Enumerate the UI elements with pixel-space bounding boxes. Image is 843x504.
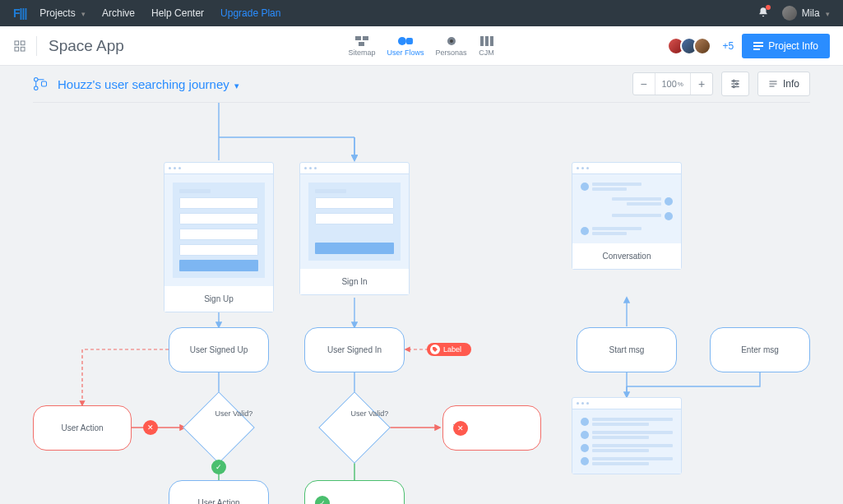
zoom-value: 100%	[655, 73, 691, 95]
journey-title[interactable]: Houzz's user searching journey▾	[58, 77, 239, 91]
collaborator-count[interactable]: +5	[723, 40, 734, 52]
nav-projects[interactable]: Projects ▾	[39, 7, 86, 19]
tab-cjm[interactable]: CJM	[479, 35, 495, 57]
x-icon: ✕	[453, 421, 468, 436]
tab-user-flows[interactable]: User Flows	[387, 35, 424, 57]
svg-rect-16	[753, 49, 760, 50]
zoom-out-button[interactable]: −	[633, 73, 655, 95]
nav-upgrade[interactable]: Upgrade Plan	[220, 7, 280, 19]
avatar	[693, 37, 711, 55]
node-start-msg[interactable]: Start msg	[577, 327, 677, 372]
svg-point-23	[733, 80, 734, 81]
flow-toolbar: Houzz's user searching journey▾ − 100% +…	[0, 66, 843, 102]
node-user-action-red[interactable]: User Action	[33, 405, 132, 451]
view-tabs: Sitemap User Flows Personas CJM	[348, 35, 494, 57]
x-badge-icon: ✕	[143, 420, 158, 435]
avatar[interactable]	[782, 6, 797, 21]
svg-rect-13	[490, 36, 493, 46]
tag-icon	[430, 344, 440, 354]
tab-personas[interactable]: Personas	[436, 35, 467, 57]
svg-rect-12	[485, 36, 489, 46]
svg-point-17	[35, 78, 39, 82]
svg-rect-0	[15, 41, 19, 45]
node-user-signed-in[interactable]: User Signed In	[304, 327, 405, 372]
page-title: Space App	[49, 37, 124, 55]
svg-rect-14	[753, 42, 763, 44]
svg-rect-2	[15, 47, 19, 51]
settings-button[interactable]	[721, 72, 749, 96]
nav-archive[interactable]: Archive	[102, 7, 135, 19]
info-button[interactable]: Info	[757, 72, 810, 96]
check-icon: ✓	[315, 496, 330, 505]
svg-rect-6	[359, 42, 364, 46]
svg-rect-19	[42, 81, 47, 86]
tab-sitemap[interactable]: Sitemap	[348, 35, 375, 57]
notifications-icon[interactable]	[757, 7, 769, 21]
check-badge-icon: ✓	[211, 460, 226, 474]
zoom-control: − 100% +	[632, 72, 713, 95]
node-signin-screen[interactable]: Sign In	[299, 162, 410, 295]
zoom-in-button[interactable]: +	[691, 73, 712, 95]
svg-rect-15	[753, 45, 763, 47]
svg-point-18	[35, 86, 39, 90]
flow-icon	[33, 76, 48, 91]
svg-rect-11	[480, 36, 484, 46]
node-yes[interactable]: ✕ Yes	[442, 405, 541, 451]
svg-rect-1	[21, 41, 25, 45]
node-user-signed-up[interactable]: User Signed Up	[169, 327, 269, 372]
svg-rect-5	[363, 36, 368, 40]
sub-header: Space App Sitemap User Flows Personas CJ…	[0, 26, 843, 66]
node-signup-screen[interactable]: Sign Up	[164, 162, 274, 312]
collaborators[interactable]	[672, 37, 711, 55]
node-yes-green[interactable]: ✓	[304, 480, 405, 504]
svg-point-25	[733, 86, 734, 87]
svg-point-24	[736, 83, 738, 85]
svg-rect-4	[355, 36, 361, 40]
node-chatlist-screen[interactable]	[572, 397, 682, 474]
nav-help[interactable]: Help Center	[151, 7, 204, 19]
label-chip[interactable]: Label	[427, 343, 471, 356]
logo[interactable]: F|||	[13, 7, 26, 20]
svg-rect-8	[406, 38, 413, 44]
user-menu[interactable]: Mila ▾	[802, 7, 830, 19]
svg-point-10	[450, 39, 453, 43]
node-conversation-screen[interactable]: Conversation	[572, 162, 682, 270]
dashboard-icon[interactable]	[13, 39, 26, 53]
top-nav: F||| Projects ▾ Archive Help Center Upgr…	[0, 0, 843, 26]
svg-point-7	[398, 37, 406, 45]
node-user-action-bottom[interactable]: User Action	[169, 480, 269, 504]
node-enter-msg[interactable]: Enter msg	[710, 327, 810, 372]
project-info-button[interactable]: Project Info	[742, 34, 830, 58]
svg-rect-3	[21, 47, 25, 51]
flow-canvas[interactable]: Sign Up Sign In Conversation User Signed…	[0, 103, 843, 504]
